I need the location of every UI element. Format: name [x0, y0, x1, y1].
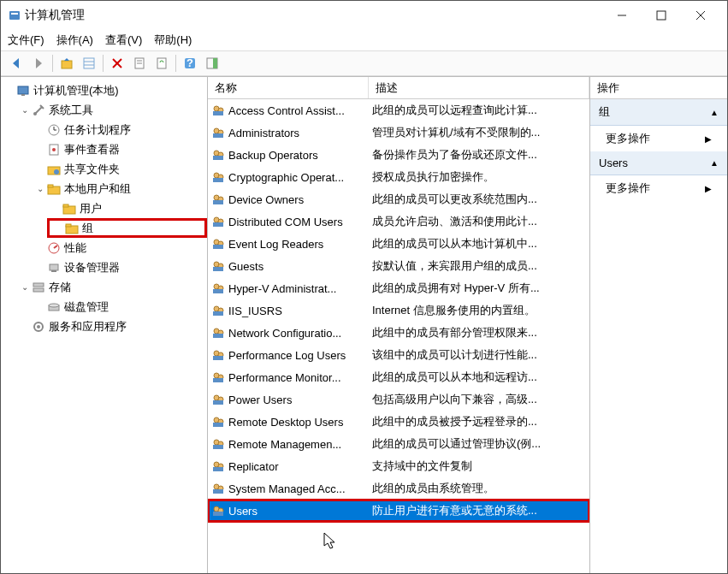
group-icon [210, 304, 227, 317]
group-icon [210, 504, 227, 518]
tree-item[interactable]: ⌄存储 [16, 277, 207, 297]
list-row[interactable]: Remote Desktop Users此组中的成员被授予远程登录的... [208, 411, 589, 433]
group-icon [210, 348, 227, 362]
toolbar: ? [1, 50, 727, 76]
row-name: Performance Monitor... [227, 371, 367, 384]
title-bar: 计算机管理 [1, 1, 727, 30]
tree-label: 组 [80, 221, 93, 236]
list-button[interactable] [79, 53, 99, 74]
column-name[interactable]: 名称 [208, 77, 369, 98]
row-desc: 按默认值，来宾跟用户组的成员... [367, 258, 589, 274]
tree-label: 本地用户和组 [62, 181, 131, 197]
tree-item[interactable]: 组 [47, 218, 207, 238]
svg-rect-75 [213, 311, 223, 316]
menu-file[interactable]: 文件(F) [8, 33, 44, 48]
column-desc[interactable]: 描述 [369, 77, 589, 98]
tree-label: 共享文件夹 [62, 162, 120, 177]
tree-item[interactable]: 性能 [32, 238, 207, 257]
svg-rect-78 [213, 334, 223, 338]
row-desc: 此组中的成员被授予远程登录的... [367, 414, 589, 429]
list-row[interactable]: IIS_IUSRSInternet 信息服务使用的内置组。 [208, 299, 589, 322]
list-row[interactable]: Remote Managemen...此组的成员可以通过管理协议(例... [208, 433, 589, 455]
svg-rect-1 [11, 13, 18, 15]
up-button[interactable] [56, 53, 77, 74]
svg-rect-87 [213, 400, 223, 405]
help-button[interactable]: ? [180, 53, 200, 74]
list-row[interactable]: Access Control Assist...此组的成员可以远程查询此计算..… [208, 99, 589, 121]
tree-label: 用户 [78, 201, 102, 216]
svg-rect-63 [213, 222, 223, 227]
list-row[interactable]: Performance Monitor...此组的成员可以从本地和远程访... [208, 366, 589, 388]
minimize-button[interactable] [602, 3, 642, 28]
menu-help[interactable]: 帮助(H) [154, 33, 192, 48]
svg-rect-72 [213, 289, 223, 293]
list-row[interactable]: Users防止用户进行有意或无意的系统... [208, 500, 589, 522]
list-row[interactable]: Backup Operators备份操作员为了备份或还原文件... [208, 144, 589, 166]
list-row[interactable]: Cryptographic Operat...授权成员执行加密操作。 [208, 166, 589, 188]
svg-text:?: ? [186, 56, 193, 69]
row-name: Event Log Readers [227, 238, 367, 251]
group-icon [210, 415, 227, 429]
action-item[interactable]: 更多操作▶ [590, 126, 727, 151]
tree-item[interactable]: 共享文件夹 [32, 159, 207, 179]
action-item[interactable]: 更多操作▶ [590, 175, 727, 201]
maximize-button[interactable] [642, 3, 681, 28]
svg-rect-51 [213, 133, 223, 138]
forward-button[interactable] [28, 53, 49, 74]
row-desc: 授权成员执行加密操作。 [367, 169, 589, 185]
list-row[interactable]: Administrators管理员对计算机/域有不受限制的... [208, 121, 589, 144]
list-row[interactable]: Device Owners此组的成员可以更改系统范围内... [208, 188, 589, 210]
actions-pane: 操作 组▲更多操作▶Users▲更多操作▶ [590, 77, 727, 573]
window-title: 计算机管理 [21, 8, 602, 23]
action-pane-button[interactable] [202, 53, 222, 74]
svg-rect-48 [213, 111, 223, 115]
list-row[interactable]: Performance Log Users该组中的成员可以计划进行性能... [208, 344, 589, 366]
tree-item[interactable]: 用户 [47, 198, 207, 218]
list-row[interactable]: Power Users包括高级用户以向下兼容，高级... [208, 388, 589, 411]
menu-action[interactable]: 操作(A) [56, 33, 93, 48]
tree-root[interactable]: 计算机管理(本地) [1, 80, 207, 100]
svg-rect-54 [213, 156, 223, 160]
chevron-down-icon[interactable]: ⌄ [20, 282, 30, 292]
tree-item[interactable]: 磁盘管理 [32, 297, 207, 317]
svg-point-27 [52, 148, 56, 151]
row-desc: 此组的成员可以从本地和远程访... [367, 370, 589, 385]
svg-rect-20 [18, 86, 28, 94]
list-row[interactable]: Hyper-V Administrat...此组的成员拥有对 Hyper-V 所… [208, 277, 589, 299]
action-section[interactable]: 组▲ [590, 99, 727, 126]
svg-rect-93 [213, 445, 223, 449]
row-name: Distributed COM Users [227, 216, 367, 228]
svg-rect-38 [50, 264, 58, 270]
tree-item[interactable]: ⌄本地用户和组 [32, 179, 207, 198]
properties-button[interactable] [129, 53, 150, 74]
tree-item[interactable]: 事件查看器 [32, 139, 207, 159]
tree-item[interactable]: 设备管理器 [32, 257, 207, 277]
list-row[interactable]: Guests按默认值，来宾跟用户组的成员... [208, 255, 589, 277]
tree-item[interactable]: 服务和应用程序 [16, 317, 207, 336]
refresh-button[interactable] [151, 53, 172, 74]
row-desc: 此组的成员可以远程查询此计算... [367, 103, 589, 118]
row-name: Backup Operators [227, 149, 367, 162]
row-name: Administrators [227, 127, 367, 139]
row-desc: 此组的成员可以从本地计算机中... [367, 236, 589, 251]
list-row[interactable]: Distributed COM Users成员允许启动、激活和使用此计... [208, 210, 589, 233]
tree-item[interactable]: ⌄系统工具 [16, 100, 207, 120]
list-row[interactable]: System Managed Acc...此组的成员由系统管理。 [208, 477, 589, 500]
action-section[interactable]: Users▲ [590, 151, 727, 175]
chevron-down-icon[interactable]: ⌄ [35, 184, 45, 193]
close-button[interactable] [681, 3, 720, 28]
back-button[interactable] [6, 53, 27, 74]
chevron-down-icon[interactable]: ⌄ [20, 105, 30, 115]
menu-view[interactable]: 查看(V) [105, 33, 142, 48]
svg-rect-39 [51, 270, 56, 272]
svg-rect-90 [213, 423, 223, 427]
list-row[interactable]: Network Configuratio...此组中的成员有部分管理权限来... [208, 322, 589, 344]
tree-label: 设备管理器 [62, 260, 120, 275]
group-icon [210, 459, 227, 473]
tree-item[interactable]: 任务计划程序 [32, 120, 207, 139]
delete-button[interactable] [107, 53, 127, 74]
row-name: Remote Managemen... [227, 438, 367, 451]
list-row[interactable]: Replicator支持域中的文件复制 [208, 455, 589, 477]
list-row[interactable]: Event Log Readers此组的成员可以从本地计算机中... [208, 233, 589, 255]
row-name: Performance Log Users [227, 349, 367, 362]
